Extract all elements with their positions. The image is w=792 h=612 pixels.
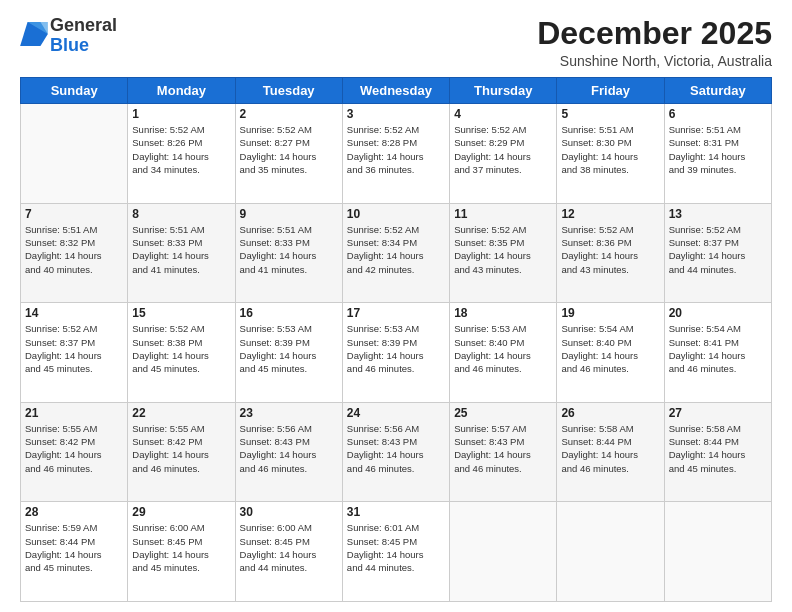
calendar-cell: 10Sunrise: 5:52 AMSunset: 8:34 PMDayligh… [342,203,449,303]
logo-general: General [50,15,117,35]
day-number: 6 [669,107,767,121]
col-saturday: Saturday [664,78,771,104]
cell-content: Sunrise: 5:51 AMSunset: 8:33 PMDaylight:… [240,223,338,276]
cell-content: Sunrise: 5:53 AMSunset: 8:39 PMDaylight:… [240,322,338,375]
day-number: 1 [132,107,230,121]
month-title: December 2025 [537,16,772,51]
calendar-cell: 26Sunrise: 5:58 AMSunset: 8:44 PMDayligh… [557,402,664,502]
header: General Blue December 2025 Sunshine Nort… [20,16,772,69]
cell-content: Sunrise: 5:52 AMSunset: 8:34 PMDaylight:… [347,223,445,276]
calendar-cell: 17Sunrise: 5:53 AMSunset: 8:39 PMDayligh… [342,303,449,403]
day-number: 29 [132,505,230,519]
calendar-cell: 14Sunrise: 5:52 AMSunset: 8:37 PMDayligh… [21,303,128,403]
title-block: December 2025 Sunshine North, Victoria, … [537,16,772,69]
calendar-cell: 22Sunrise: 5:55 AMSunset: 8:42 PMDayligh… [128,402,235,502]
calendar-cell: 6Sunrise: 5:51 AMSunset: 8:31 PMDaylight… [664,104,771,204]
calendar-cell: 28Sunrise: 5:59 AMSunset: 8:44 PMDayligh… [21,502,128,602]
calendar-cell: 19Sunrise: 5:54 AMSunset: 8:40 PMDayligh… [557,303,664,403]
cell-content: Sunrise: 5:57 AMSunset: 8:43 PMDaylight:… [454,422,552,475]
cell-content: Sunrise: 5:52 AMSunset: 8:37 PMDaylight:… [25,322,123,375]
calendar-cell: 15Sunrise: 5:52 AMSunset: 8:38 PMDayligh… [128,303,235,403]
calendar-cell: 16Sunrise: 5:53 AMSunset: 8:39 PMDayligh… [235,303,342,403]
calendar-cell: 4Sunrise: 5:52 AMSunset: 8:29 PMDaylight… [450,104,557,204]
cell-content: Sunrise: 5:56 AMSunset: 8:43 PMDaylight:… [240,422,338,475]
calendar-cell: 12Sunrise: 5:52 AMSunset: 8:36 PMDayligh… [557,203,664,303]
calendar-cell: 5Sunrise: 5:51 AMSunset: 8:30 PMDaylight… [557,104,664,204]
day-number: 13 [669,207,767,221]
calendar-cell: 7Sunrise: 5:51 AMSunset: 8:32 PMDaylight… [21,203,128,303]
day-number: 19 [561,306,659,320]
cell-content: Sunrise: 5:53 AMSunset: 8:39 PMDaylight:… [347,322,445,375]
day-number: 11 [454,207,552,221]
day-number: 17 [347,306,445,320]
day-number: 2 [240,107,338,121]
calendar-cell: 21Sunrise: 5:55 AMSunset: 8:42 PMDayligh… [21,402,128,502]
day-number: 27 [669,406,767,420]
cell-content: Sunrise: 5:58 AMSunset: 8:44 PMDaylight:… [561,422,659,475]
day-number: 16 [240,306,338,320]
cell-content: Sunrise: 5:52 AMSunset: 8:36 PMDaylight:… [561,223,659,276]
logo-text: General Blue [50,16,117,56]
cell-content: Sunrise: 5:51 AMSunset: 8:30 PMDaylight:… [561,123,659,176]
days-header-row: Sunday Monday Tuesday Wednesday Thursday… [21,78,772,104]
cell-content: Sunrise: 5:55 AMSunset: 8:42 PMDaylight:… [132,422,230,475]
col-friday: Friday [557,78,664,104]
cell-content: Sunrise: 5:54 AMSunset: 8:40 PMDaylight:… [561,322,659,375]
day-number: 18 [454,306,552,320]
day-number: 28 [25,505,123,519]
cell-content: Sunrise: 5:52 AMSunset: 8:27 PMDaylight:… [240,123,338,176]
page: General Blue December 2025 Sunshine Nort… [0,0,792,612]
calendar-cell: 20Sunrise: 5:54 AMSunset: 8:41 PMDayligh… [664,303,771,403]
cell-content: Sunrise: 5:52 AMSunset: 8:28 PMDaylight:… [347,123,445,176]
day-number: 8 [132,207,230,221]
logo-icon [20,22,48,46]
cell-content: Sunrise: 5:58 AMSunset: 8:44 PMDaylight:… [669,422,767,475]
cell-content: Sunrise: 5:59 AMSunset: 8:44 PMDaylight:… [25,521,123,574]
calendar-cell: 9Sunrise: 5:51 AMSunset: 8:33 PMDaylight… [235,203,342,303]
day-number: 12 [561,207,659,221]
cell-content: Sunrise: 5:52 AMSunset: 8:35 PMDaylight:… [454,223,552,276]
calendar-cell: 24Sunrise: 5:56 AMSunset: 8:43 PMDayligh… [342,402,449,502]
day-number: 25 [454,406,552,420]
calendar-cell [450,502,557,602]
day-number: 7 [25,207,123,221]
cell-content: Sunrise: 6:00 AMSunset: 8:45 PMDaylight:… [240,521,338,574]
cell-content: Sunrise: 5:56 AMSunset: 8:43 PMDaylight:… [347,422,445,475]
col-wednesday: Wednesday [342,78,449,104]
calendar-cell: 8Sunrise: 5:51 AMSunset: 8:33 PMDaylight… [128,203,235,303]
calendar-week-3: 14Sunrise: 5:52 AMSunset: 8:37 PMDayligh… [21,303,772,403]
calendar-week-4: 21Sunrise: 5:55 AMSunset: 8:42 PMDayligh… [21,402,772,502]
calendar-cell: 31Sunrise: 6:01 AMSunset: 8:45 PMDayligh… [342,502,449,602]
day-number: 14 [25,306,123,320]
calendar-cell [664,502,771,602]
cell-content: Sunrise: 5:55 AMSunset: 8:42 PMDaylight:… [25,422,123,475]
calendar-cell [21,104,128,204]
calendar-cell: 2Sunrise: 5:52 AMSunset: 8:27 PMDaylight… [235,104,342,204]
calendar-cell: 3Sunrise: 5:52 AMSunset: 8:28 PMDaylight… [342,104,449,204]
calendar-cell [557,502,664,602]
day-number: 22 [132,406,230,420]
day-number: 26 [561,406,659,420]
day-number: 21 [25,406,123,420]
calendar-table: Sunday Monday Tuesday Wednesday Thursday… [20,77,772,602]
day-number: 5 [561,107,659,121]
calendar-week-5: 28Sunrise: 5:59 AMSunset: 8:44 PMDayligh… [21,502,772,602]
col-tuesday: Tuesday [235,78,342,104]
cell-content: Sunrise: 6:00 AMSunset: 8:45 PMDaylight:… [132,521,230,574]
day-number: 30 [240,505,338,519]
logo: General Blue [20,16,117,56]
day-number: 9 [240,207,338,221]
day-number: 10 [347,207,445,221]
calendar-cell: 11Sunrise: 5:52 AMSunset: 8:35 PMDayligh… [450,203,557,303]
day-number: 3 [347,107,445,121]
day-number: 31 [347,505,445,519]
cell-content: Sunrise: 5:54 AMSunset: 8:41 PMDaylight:… [669,322,767,375]
calendar-cell: 18Sunrise: 5:53 AMSunset: 8:40 PMDayligh… [450,303,557,403]
calendar-week-2: 7Sunrise: 5:51 AMSunset: 8:32 PMDaylight… [21,203,772,303]
calendar-cell: 30Sunrise: 6:00 AMSunset: 8:45 PMDayligh… [235,502,342,602]
logo-blue: Blue [50,35,89,55]
calendar-cell: 25Sunrise: 5:57 AMSunset: 8:43 PMDayligh… [450,402,557,502]
calendar-week-1: 1Sunrise: 5:52 AMSunset: 8:26 PMDaylight… [21,104,772,204]
day-number: 20 [669,306,767,320]
subtitle: Sunshine North, Victoria, Australia [537,53,772,69]
